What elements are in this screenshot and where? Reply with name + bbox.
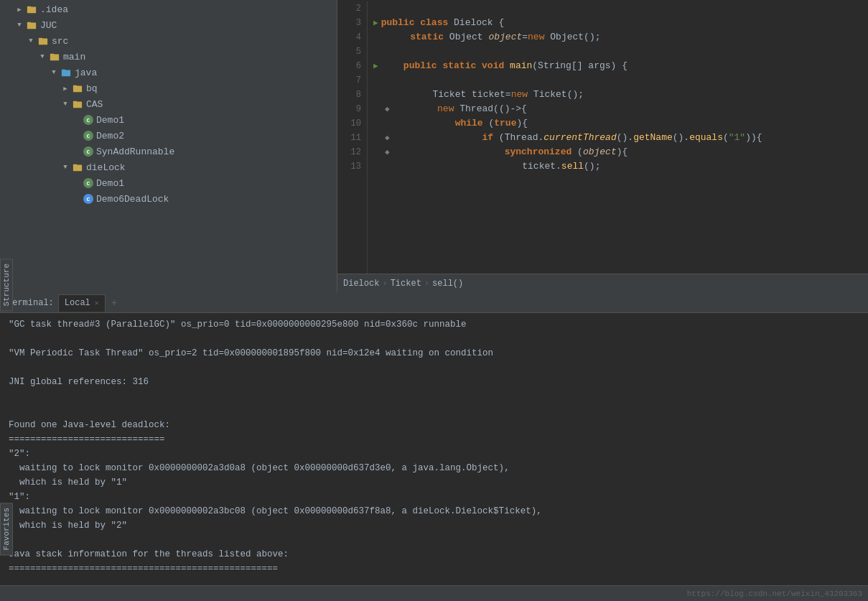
- code-line-11: ◆ if (Thread.currentThread().getName().e…: [373, 131, 868, 145]
- cas-synaddrunnable-label: SynAddRunnable: [96, 146, 174, 157]
- terminal-line-9: =============================: [9, 432, 859, 447]
- tree-arrow: [72, 131, 82, 141]
- tree-arrow: [60, 99, 70, 109]
- folder-icon: [26, 4, 37, 15]
- terminal-local-tab[interactable]: Local ✕: [58, 294, 106, 312]
- bq-dir-label: bq: [86, 83, 98, 94]
- java-class-icon: C: [83, 146, 93, 157]
- breadcrumb-part-3[interactable]: sell(): [432, 279, 463, 289]
- terminal-line-17: Java stack information for the threads l…: [9, 547, 859, 562]
- svg-rect-9: [62, 70, 65, 72]
- tree-arrow: [72, 115, 82, 125]
- terminal-tab-close[interactable]: ✕: [95, 299, 99, 307]
- line-numbers: 2 3 4 5 6 7 8 9 10 11 12 13: [337, 1, 368, 274]
- code-line-9: ◆ new Thread(()->{: [373, 102, 868, 116]
- code-line-12: ◆ synchronized (object){: [373, 145, 868, 159]
- tree-cas-dir[interactable]: CAS: [0, 96, 337, 112]
- bookmark-icon-9: ◆: [385, 102, 390, 116]
- folder-icon: [72, 98, 83, 110]
- terminal-line-10: "2":: [9, 447, 859, 461]
- terminal-tabs: Terminal: Local ✕ +: [0, 293, 868, 313]
- folder-icon: [49, 51, 60, 62]
- main-area: .idea JUC src: [0, 0, 868, 293]
- code-line-7: [373, 73, 868, 88]
- terminal-line-12: which is held by "1": [9, 475, 859, 490]
- terminal-line-7: [9, 404, 859, 418]
- java-class-run-icon: C: [83, 194, 93, 204]
- terminal-add-tab-btn[interactable]: +: [107, 296, 121, 310]
- tree-cas-synaddrunnable[interactable]: C SynAddRunnable: [0, 144, 337, 159]
- terminal-area: Terminal: Local ✕ + "GC task thread#3 (P…: [0, 293, 868, 585]
- code-line-6: ▶ public static void main(String[] args)…: [373, 59, 868, 73]
- tree-arrow: [37, 52, 47, 62]
- tree-dielock-demo1[interactable]: C Demo1: [0, 175, 337, 191]
- code-line-2: [373, 1, 868, 16]
- tree-idea-dir[interactable]: .idea: [0, 1, 337, 17]
- code-line-8: Ticket ticket=new Ticket();: [373, 88, 868, 102]
- tree-cas-demo2[interactable]: C Demo2: [0, 128, 337, 144]
- favorites-tab[interactable]: Favorites: [0, 503, 13, 555]
- tree-arrow: [14, 20, 24, 30]
- terminal-line-2: [9, 332, 859, 346]
- breadcrumb: Dielock › Ticket › sell(): [337, 274, 868, 292]
- structure-tab[interactable]: Structure: [0, 258, 13, 311]
- svg-rect-15: [73, 164, 77, 167]
- tree-java-dir[interactable]: java: [0, 65, 337, 80]
- idea-dir-label: .idea: [40, 4, 68, 15]
- folder-icon: [26, 19, 37, 31]
- src-dir-label: src: [52, 36, 68, 47]
- tree-arrow: [14, 4, 24, 14]
- terminal-line-18: ========================================…: [9, 562, 859, 576]
- java-class-icon: C: [83, 115, 93, 125]
- tree-bq-dir[interactable]: bq: [0, 80, 337, 96]
- dielock-demo6-label: Demo6DeadLock: [96, 194, 169, 205]
- bookmark-icon-12: ◆: [385, 145, 390, 159]
- main-dir-label: main: [63, 52, 85, 62]
- tree-main-dir[interactable]: main: [0, 49, 337, 65]
- tree-arrow: [49, 67, 59, 78]
- terminal-line-16: [9, 533, 859, 547]
- tree-src-dir[interactable]: src: [0, 33, 337, 49]
- svg-rect-11: [73, 85, 77, 88]
- status-url: https://blog.csdn.net/weixin_43203363: [687, 590, 862, 598]
- code-line-4: static Object object=new Object();: [373, 30, 868, 45]
- svg-rect-1: [27, 6, 31, 9]
- juc-dir-label: JUC: [40, 20, 57, 31]
- tree-juc-dir[interactable]: JUC: [0, 17, 337, 33]
- code-line-10: while (true){: [373, 116, 868, 131]
- terminal-line-1: "GC task thread#3 (ParallelGC)" os_prio=…: [9, 317, 859, 332]
- code-content[interactable]: ▶ public class Dielock { static Object o…: [368, 1, 868, 274]
- breadcrumb-part-1[interactable]: Dielock: [343, 279, 379, 289]
- cas-demo2-label: Demo2: [96, 131, 124, 141]
- cas-dir-label: CAS: [86, 99, 103, 110]
- tree-arrow: [60, 83, 70, 93]
- svg-rect-7: [50, 54, 54, 56]
- tree-arrow: [60, 162, 70, 172]
- svg-rect-5: [39, 38, 42, 40]
- java-class-icon: C: [83, 131, 93, 141]
- folder-icon: [37, 35, 49, 47]
- tree-arrow: [26, 36, 36, 46]
- code-line-5: [373, 45, 868, 59]
- run-gutter-icon-6[interactable]: ▶: [373, 59, 378, 73]
- terminal-line-13: "1":: [9, 490, 859, 504]
- svg-rect-13: [73, 101, 77, 103]
- terminal-line-15: which is held by "2": [9, 518, 859, 533]
- breadcrumb-part-2[interactable]: Ticket: [391, 279, 421, 289]
- tree-dielock-demo6[interactable]: C Demo6DeadLock: [0, 191, 337, 207]
- terminal-line-3: "VM Periodic Task Thread" os_prio=2 tid=…: [9, 346, 859, 360]
- tree-arrow: [72, 146, 82, 157]
- tree-cas-demo1[interactable]: C Demo1: [0, 112, 337, 128]
- cas-demo1-label: Demo1: [96, 115, 124, 126]
- code-container: 2 3 4 5 6 7 8 9 10 11 12 13: [337, 0, 868, 274]
- folder-icon: [72, 162, 83, 173]
- svg-rect-3: [27, 22, 31, 24]
- status-bar: https://blog.csdn.net/weixin_43203363: [0, 585, 868, 601]
- terminal-line-6: [9, 389, 859, 404]
- code-line-3: ▶ public class Dielock {: [373, 16, 868, 30]
- run-gutter-icon-3[interactable]: ▶: [373, 16, 378, 30]
- folder-icon: [72, 83, 83, 94]
- java-class-icon: C: [83, 178, 93, 188]
- tree-dielock-dir[interactable]: dieLock: [0, 159, 337, 175]
- java-dir-label: java: [75, 67, 97, 78]
